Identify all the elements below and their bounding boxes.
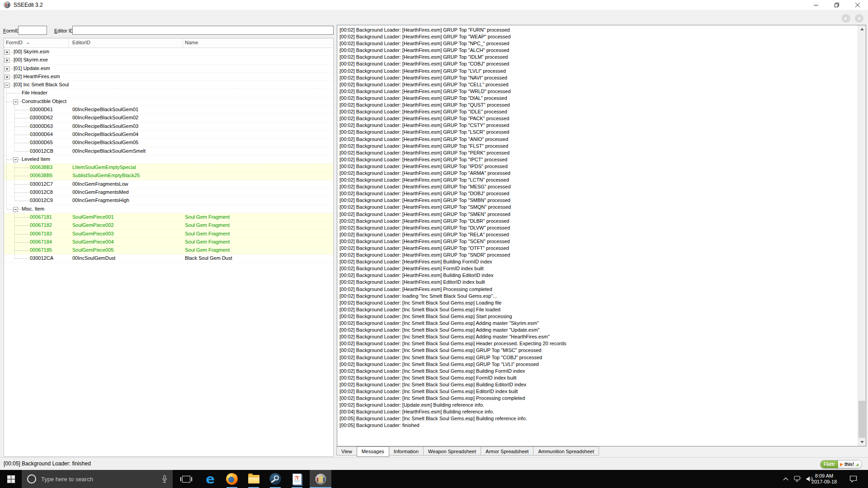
tree-row[interactable]: 030012CB00IncRecipeBlackSoulGemSmelt — [4, 147, 333, 155]
tree-connector — [15, 234, 29, 235]
scroll-down-arrow[interactable] — [858, 438, 866, 446]
tree-row[interactable]: File Header — [4, 89, 333, 97]
restore-button[interactable] — [826, 0, 847, 10]
tree-row[interactable]: Constructible Object — [4, 98, 333, 106]
taskbar-app-firefox[interactable] — [221, 470, 243, 488]
log-line: [00:02] Background Loader: [HearthFires.… — [340, 122, 858, 129]
tree-cell-formid: [02] HearthFires.esm — [4, 73, 69, 80]
editorid-input[interactable] — [72, 26, 334, 35]
hidden-icons-chevron[interactable] — [780, 470, 791, 488]
taskbar-app-wordpad[interactable] — [286, 470, 308, 488]
log-line: [00:02] Background Loader: [HearthFires.… — [340, 129, 858, 136]
taskbar-app-steam[interactable] — [264, 470, 286, 488]
tree-cell-editorid — [69, 155, 183, 163]
log-line: [00:05] Background Loader: [Inc Smelt Bl… — [340, 415, 858, 422]
tab-ammunition-spreadsheet[interactable]: Ammunition Spreadsheet — [533, 446, 599, 455]
tree-row[interactable]: 03000D6400IncRecipeBlackSoulGem04 — [4, 131, 333, 139]
tree-node-label: 000638B3 — [30, 164, 52, 171]
taskbar-search-box[interactable]: Type here to search — [22, 470, 173, 488]
flattr-button[interactable]: Flattr this! — [820, 460, 862, 469]
taskbar-app-edge[interactable]: e — [199, 470, 221, 488]
tree-cell-editorid: SoulGemPiece003 — [69, 230, 183, 238]
tree-row[interactable]: 03000D6100IncRecipeBlackSoulGem01 — [4, 106, 333, 114]
column-header-name[interactable]: Name — [183, 38, 333, 47]
tree-row[interactable]: [01] Update.esm — [4, 65, 333, 73]
tree-node-label: 03000D63 — [30, 122, 53, 130]
tree-row[interactable]: Leveled Item — [4, 155, 333, 164]
tree-row[interactable]: [00] Skyrim.esm — [4, 48, 333, 56]
network-icon[interactable] — [792, 470, 803, 488]
tree-row[interactable]: 030012C900IncGemFragmentsHigh — [4, 197, 333, 205]
taskbar: Type here to search e — [0, 470, 868, 488]
tree-cell-name: Soul Gem Fragment — [183, 213, 333, 221]
tree-row[interactable]: 03000D6200IncRecipeBlackSoulGem02 — [4, 114, 333, 122]
tree-row[interactable]: 00067181SoulGemPiece001Soul Gem Fragment — [4, 213, 333, 221]
tab-weapon-spreadsheet[interactable]: Weapon Spreadsheet — [424, 446, 481, 455]
tree-row[interactable]: 00067183SoulGemPiece003Soul Gem Fragment — [4, 230, 333, 238]
tree-cell-editorid — [69, 98, 183, 105]
tree-cell-formid: 00067182 — [4, 221, 69, 229]
log-line: [00:02] Background Loader: [HearthFires.… — [340, 27, 858, 33]
tree-row[interactable]: 030012C700IncGemFragmentsLow — [4, 180, 333, 188]
tree-row[interactable]: 00067184SoulGemPiece004Soul Gem Fragment — [4, 238, 333, 246]
search-placeholder: Type here to search — [41, 476, 162, 483]
tree-cell-formid: 00067181 — [4, 213, 69, 221]
scroll-thumb[interactable] — [859, 401, 865, 438]
tree-cell-formid: 00067183 — [4, 230, 69, 238]
log-line: [00:02] Background Loader: [HearthFires.… — [340, 252, 858, 258]
tree-row[interactable]: [02] HearthFires.esm — [4, 73, 333, 81]
tree-row[interactable]: [00] Skyrim.exe — [4, 56, 333, 64]
close-button[interactable] — [847, 0, 868, 10]
tree-node-label: [00] Skyrim.exe — [14, 56, 48, 64]
tree-cell-editorid: 00IncRecipeBlackSoulGem02 — [69, 114, 183, 122]
tree-row[interactable]: 000638B5SublistSoulGemEmptyBlack25 — [4, 172, 333, 180]
scroll-up-arrow[interactable] — [858, 25, 866, 33]
tree-cell-name — [183, 131, 333, 138]
tree-row[interactable]: 000638B3LItemSoulGemEmptySpecial — [4, 164, 333, 172]
log-line: [00:02] Background Loader: [Inc Smelt Bl… — [340, 381, 858, 388]
tree-row[interactable]: 03000D6300IncRecipeBlackSoulGem03 — [4, 122, 333, 131]
column-header-editorid[interactable]: EditorID — [69, 38, 183, 47]
tree-row[interactable]: 030012CA00IncSoulGemDustBlack Soul Gem D… — [4, 254, 333, 263]
tree-cell-formid: 030012C9 — [4, 197, 69, 204]
tree-node-label: 03000D64 — [30, 131, 53, 138]
tab-armor-spreadsheet[interactable]: Armor Spreadsheet — [481, 446, 533, 455]
tree-cell-name — [183, 114, 333, 122]
log-line: [00:02] Background Loader: [Inc Smelt Bl… — [340, 300, 858, 306]
tree-row[interactable]: 030012C800IncGemFragmentsMed — [4, 188, 333, 197]
tree-row[interactable]: 00067185SoulGemPiece005Soul Gem Fragment — [4, 246, 333, 254]
taskbar-app-sseedit-active[interactable] — [310, 470, 331, 488]
minimize-button[interactable] — [806, 0, 826, 10]
tab-messages[interactable]: Messages — [357, 446, 389, 457]
taskbar-clock[interactable]: 8:09 AM 2017-09-18 — [808, 470, 840, 488]
tree-connector — [15, 151, 29, 152]
back-button[interactable] — [842, 14, 850, 23]
log-line: [00:02] Background Loader: [Inc Smelt Bl… — [340, 395, 858, 402]
tree-cell-name: Soul Gem Fragment — [183, 230, 333, 238]
taskbar-app-file-explorer[interactable] — [243, 470, 264, 488]
tree-row[interactable]: 03000D6500IncRecipeBlackSoulGem05 — [4, 139, 333, 147]
tree-cell-formid: 00067185 — [4, 246, 69, 254]
wordpad-icon — [292, 474, 302, 485]
log-content[interactable]: [00:02] Background Loader: [HearthFires.… — [337, 25, 858, 446]
tree-row[interactable]: 00067182SoulGemPiece002Soul Gem Fragment — [4, 221, 333, 230]
tab-view[interactable]: View — [336, 446, 357, 455]
tree-row[interactable]: [03] Inc Smelt Black Soul Gems.esp — [4, 81, 333, 89]
tree-node-label: 00067181 — [30, 213, 52, 221]
statusbar: [00:05] Background Loader: finished Flat… — [0, 457, 868, 470]
tree-cell-editorid — [69, 89, 183, 97]
forward-button[interactable] — [855, 14, 863, 23]
start-button[interactable] — [0, 470, 22, 488]
log-line: [00:02] Background Loader: [HearthFires.… — [340, 115, 858, 122]
log-line: [00:02] Background Loader: [HearthFires.… — [340, 238, 858, 245]
tree-cell-name: Soul Gem Fragment — [183, 246, 333, 254]
tree-row[interactable]: Misc. Item — [4, 205, 333, 213]
column-header-formid[interactable]: FormID — [4, 38, 69, 47]
tab-information[interactable]: Information — [389, 446, 424, 455]
formid-input[interactable] — [18, 26, 47, 35]
action-center-icon[interactable] — [846, 470, 860, 488]
task-view-button[interactable] — [175, 470, 197, 488]
log-scrollbar[interactable] — [858, 25, 866, 446]
tree-cell-formid: Constructible Object — [4, 98, 69, 105]
tree-connector — [18, 160, 21, 160]
